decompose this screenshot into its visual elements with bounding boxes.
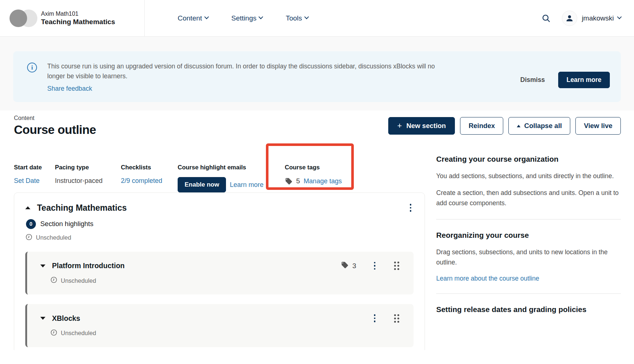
drag-handle-icon[interactable] [393,313,400,324]
section-card: Teaching Mathematics 0 Section highlight… [14,192,425,350]
main-nav: Content Settings Tools [145,0,541,36]
enable-now-button[interactable]: Enable now [178,177,226,192]
chevron-down-icon [259,15,263,19]
user-menu[interactable]: jmakowski [562,11,622,26]
course-home-link[interactable]: Axim Math101 Teaching Mathematics [0,0,145,36]
subsection-schedule: Unscheduled [61,330,96,337]
course-status-bar: Start date Set Date Pacing type Instruct… [14,164,425,192]
highlight-emails-learn-more-link[interactable]: Learn more [230,181,263,189]
new-section-button[interactable]: + New section [388,117,455,135]
section-highlights-button[interactable]: 0 Section highlights [26,219,414,229]
nav-content-dropdown[interactable]: Content [178,14,209,22]
dismiss-button[interactable]: Dismiss [520,76,545,84]
help-paragraph: You add sections, subsections, and units… [436,171,621,181]
expand-subsection-icon[interactable] [40,317,45,320]
course-title: Teaching Mathematics [41,18,115,26]
reindex-button[interactable]: Reindex [460,117,503,135]
help-paragraph: Create a section, then add subsections a… [436,188,621,208]
set-date-link[interactable]: Set Date [14,177,40,185]
checklists-label: Checklists [121,164,167,171]
subsection-card: Platform Introduction 3 [25,252,414,295]
collapse-icon [517,125,520,127]
help-sidebar: Creating your course organization You ad… [436,153,621,314]
subsection-title: XBlocks [52,314,80,323]
divider [436,219,621,219]
divider [436,293,621,294]
share-feedback-link[interactable]: Share feedback [47,85,92,93]
tag-icon [341,261,349,270]
app-header: Axim Math101 Teaching Mathematics Conten… [0,0,634,37]
org-logo [9,9,39,28]
course-org-number: Axim Math101 [41,11,115,17]
help-paragraph: Drag sections, subsections, and units to… [436,247,621,267]
subsection-menu-icon[interactable] [372,313,378,324]
banner-band: i This course run is using an upgraded v… [0,37,634,110]
checklists-link[interactable]: 2/9 completed [121,177,162,185]
highlights-count-badge: 0 [26,219,36,229]
clock-icon [50,276,58,285]
subsection-card: XBlocks Unscheduled [25,304,414,347]
alert-text: This course run is using an upgraded ver… [47,61,446,81]
subsection-schedule: Unscheduled [61,277,96,284]
tag-icon [285,177,293,185]
page-title: Course outline [14,123,96,137]
view-live-button[interactable]: View live [575,117,621,135]
collapse-all-button[interactable]: Collapse all [508,117,570,135]
outline-learn-more-link[interactable]: Learn more about the course outline [436,275,539,282]
section-title: Teaching Mathematics [37,203,127,213]
avatar [562,11,577,26]
section-menu-icon[interactable] [408,202,414,213]
collapse-section-icon[interactable] [25,206,30,209]
course-tags-count: 5 [296,177,300,185]
subsection-tags-button[interactable]: 3 [341,261,356,270]
main-content: Content Course outline + New section Rei… [0,110,634,350]
learn-more-button[interactable]: Learn more [558,72,610,88]
chevron-down-icon [204,15,209,19]
clock-icon [50,329,58,338]
subsection-title: Platform Introduction [52,262,125,270]
subsection-tags-count: 3 [352,262,356,270]
help-heading: Creating your course organization [436,154,621,164]
help-heading: Reorganizing your course [436,230,621,240]
start-date-label: Start date [14,164,44,171]
chevron-down-icon [617,15,622,19]
expand-subsection-icon[interactable] [40,264,45,267]
pacing-type-label: Pacing type [55,164,110,171]
nav-settings-dropdown[interactable]: Settings [231,14,263,22]
pacing-type-value: Instructor-paced [55,177,110,185]
breadcrumb: Content [14,115,96,121]
help-heading: Setting release dates and grading polici… [436,305,605,315]
username: jmakowski [582,14,614,22]
search-icon[interactable] [541,13,552,24]
nav-tools-dropdown[interactable]: Tools [286,14,308,22]
highlight-emails-label: Course highlight emails [178,164,264,171]
course-tags-label: Course tags [285,164,342,171]
clock-icon [25,233,33,242]
section-schedule: Unscheduled [36,234,71,241]
chevron-down-icon [304,15,309,19]
info-icon: i [27,63,37,72]
discussion-upgrade-alert: i This course run is using an upgraded v… [13,51,621,102]
subsection-menu-icon[interactable] [372,260,378,271]
drag-handle-icon[interactable] [393,260,400,271]
studio-course-outline-page: Axim Math101 Teaching Mathematics Conten… [0,0,634,364]
manage-tags-link[interactable]: Manage tags [304,177,342,185]
